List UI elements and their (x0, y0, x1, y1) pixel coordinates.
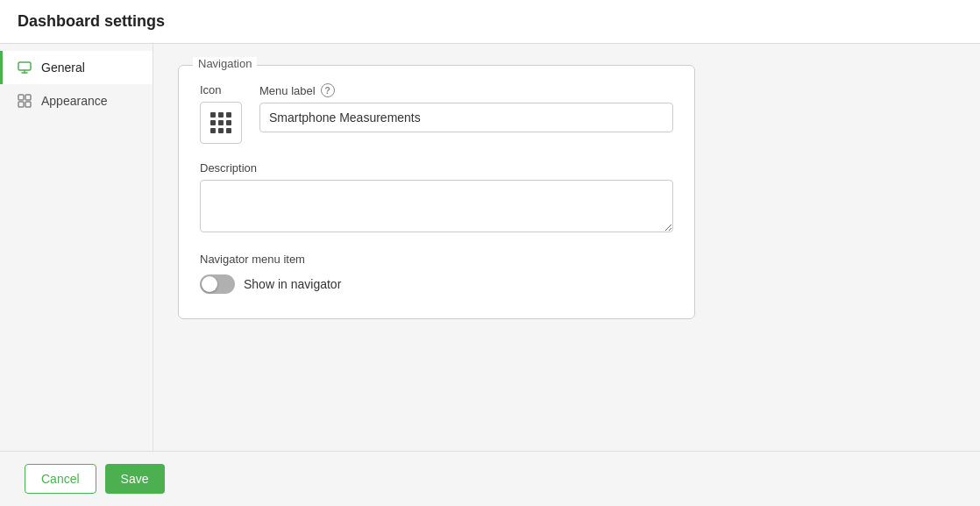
sidebar-item-general-label: General (41, 61, 85, 75)
icon-group: Icon (200, 83, 242, 144)
sidebar-item-appearance[interactable]: Appearance (0, 84, 153, 118)
description-label: Description (200, 161, 673, 175)
save-button[interactable]: Save (105, 464, 165, 494)
toggle-label: Show in navigator (244, 277, 341, 291)
navigation-card: Navigation Icon (178, 65, 695, 319)
menu-label-input[interactable] (259, 103, 673, 132)
svg-rect-4 (25, 95, 31, 100)
menu-label-row: Menu label ? (259, 83, 673, 97)
page-title: Dashboard settings (18, 12, 962, 31)
svg-rect-6 (25, 102, 31, 107)
navigator-section-label: Navigator menu item (200, 253, 673, 266)
svg-rect-3 (18, 95, 24, 100)
cancel-button[interactable]: Cancel (25, 464, 96, 494)
show-in-navigator-toggle[interactable] (200, 274, 235, 294)
sidebar: General Appearance (0, 44, 153, 451)
svg-rect-0 (18, 62, 31, 70)
menu-label-help-icon[interactable]: ? (321, 83, 335, 97)
grid-icon (210, 112, 231, 133)
menu-label-group: Menu label ? (259, 83, 673, 132)
monitor-icon (17, 60, 32, 75)
content-area: Navigation Icon (153, 44, 980, 451)
navigation-legend: Navigation (193, 57, 257, 70)
appearance-icon (17, 93, 32, 109)
svg-rect-5 (18, 102, 24, 107)
icon-label: Icon (200, 83, 242, 96)
description-input[interactable] (200, 180, 673, 232)
navigator-section: Navigator menu item Show in navigator (200, 253, 673, 294)
toggle-thumb (202, 276, 217, 292)
sidebar-item-appearance-label: Appearance (41, 94, 108, 108)
icon-picker[interactable] (200, 102, 242, 144)
footer: Cancel Save (0, 451, 980, 506)
toggle-row: Show in navigator (200, 274, 673, 294)
sidebar-item-general[interactable]: General (0, 51, 153, 84)
menu-label-text: Menu label (259, 84, 316, 97)
description-group: Description (200, 161, 673, 235)
page-header: Dashboard settings (0, 0, 980, 44)
